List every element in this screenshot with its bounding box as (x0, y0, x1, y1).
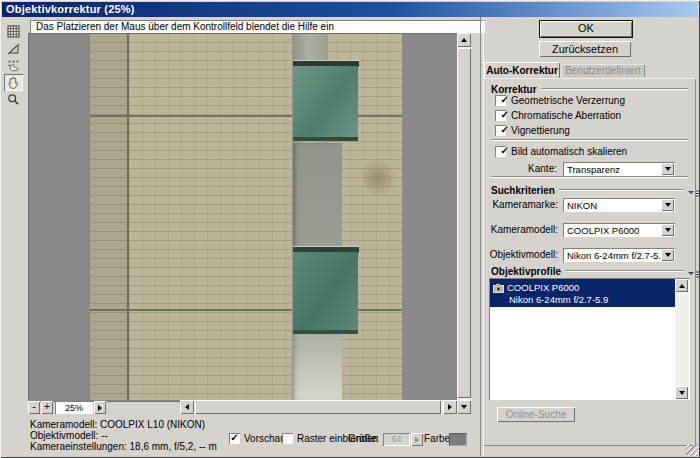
photo-recess (293, 143, 342, 250)
chevron-down-icon (665, 203, 671, 210)
arrow-down-icon (679, 391, 685, 398)
chromatische-aberration-checkbox[interactable]: ✓ (495, 110, 506, 121)
photo-wall-stain (360, 159, 396, 197)
distortion-grid-icon (7, 25, 20, 38)
objektivmodell-dropdown[interactable]: Nikon 6-24mm f/2.7-5.9 (563, 248, 675, 262)
photo-balcony-glass (293, 252, 358, 334)
bild-skalieren-checkbox[interactable]: ✓ (495, 146, 506, 157)
straighten-tool[interactable] (4, 40, 23, 57)
group-rule (565, 270, 684, 272)
resize-grip[interactable] (686, 444, 698, 456)
bild-skalieren-label[interactable]: Bild automatisch skalieren (511, 146, 627, 158)
dropdown-button[interactable] (661, 249, 674, 261)
farbe-color-swatch (449, 433, 467, 446)
profile-list-item[interactable]: COOLPIX P6000 Nikon 6-24mm f/2.7-5.9 (490, 279, 675, 307)
lens-correction-dialog: Objektivkorrektur (25%) Das Platzieren d… (0, 0, 700, 458)
tab-auto-korrektur[interactable]: Auto-Korrektur (484, 62, 560, 78)
profile-lens-name: Nikon 6-24mm f/2.7-5.9 (509, 294, 608, 305)
scroll-down-button[interactable] (457, 400, 471, 414)
zoom-level-field[interactable]: 25% (55, 401, 93, 414)
scroll-right-button[interactable] (443, 400, 457, 414)
remove-distortion-tool[interactable] (4, 23, 23, 40)
checkmark-icon: ✓ (501, 125, 509, 135)
separator (491, 176, 688, 178)
preview-horizontal-scrollbar[interactable] (180, 400, 457, 414)
help-bar: Das Platzieren der Maus über dem Kontrol… (30, 20, 485, 33)
status-objektivmodell: Objektivmodell: -- (30, 430, 108, 441)
objektivmodell-label: Objektivmodell: (488, 248, 558, 262)
window-titlebar[interactable]: Objektivkorrektur (25%) (2, 2, 698, 17)
dropdown-button[interactable] (661, 224, 674, 236)
arrow-right-icon (98, 405, 105, 411)
vignettierung-label[interactable]: Vignettierung (511, 125, 570, 137)
photo-balcony-glass (293, 66, 358, 141)
geometrische-verzerrung-checkbox[interactable]: ✓ (495, 95, 506, 106)
chevron-down-icon (665, 228, 671, 235)
zoom-tool[interactable] (4, 91, 23, 108)
kameramodell-label: Kameramodell: (488, 223, 558, 237)
scroll-up-button[interactable] (675, 279, 688, 292)
vignettierung-checkbox[interactable]: ✓ (495, 125, 506, 136)
suchkriterien-title: Suchkriterien (491, 185, 555, 196)
status-kameramodell: Kameramodell: COOLPIX L10 (NIKON) (30, 419, 205, 430)
reset-button[interactable]: Zurücksetzen (539, 41, 631, 57)
checkmark-icon: ✓ (230, 432, 238, 443)
groesse-field: 64 (383, 433, 410, 446)
profile-list-scrollbar[interactable] (675, 279, 689, 399)
kameramarke-label: Kameramarke: (488, 198, 558, 212)
group-rule (541, 88, 688, 90)
auto-korrektur-panel: Korrektur ✓ Geometrische Verzerrung ✓ Ch… (483, 78, 696, 446)
kameramodell-dropdown[interactable]: COOLPIX P6000 (563, 223, 675, 237)
kameramarke-dropdown[interactable]: NIKON (563, 198, 675, 212)
preview-viewport[interactable] (28, 33, 459, 402)
scroll-down-button[interactable] (675, 386, 688, 399)
photo-shadow-wall (90, 33, 129, 400)
objektivmodell-value: Nikon 6-24mm f/2.7-5.9 (567, 248, 661, 263)
kameramarke-value: NIKON (567, 198, 661, 213)
zoom-in-button[interactable]: + (41, 401, 53, 414)
chromatische-aberration-label[interactable]: Chromatische Aberration (511, 110, 621, 122)
zoom-out-button[interactable]: - (28, 401, 40, 414)
ok-button[interactable]: OK (539, 20, 633, 38)
arrow-right-icon (415, 437, 422, 443)
status-kameraeinstellungen: Kameraeinstellungen: 18,6 mm, f/5,2, -- … (30, 441, 217, 452)
objektivprofile-title: Objektivprofile (491, 266, 561, 277)
preview-photo (90, 33, 402, 400)
photo-recess (293, 333, 342, 400)
raster-checkbox[interactable] (282, 433, 293, 444)
arrow-left-icon (182, 404, 189, 410)
tab-benutzerdefiniert[interactable]: Benutzerdefiniert (561, 64, 645, 77)
help-text: Das Platzieren der Maus über dem Kontrol… (36, 21, 334, 32)
objektivprofile-list[interactable]: COOLPIX P6000 Nikon 6-24mm f/2.7-5.9 (489, 278, 690, 400)
groesse-label: Größe: (348, 433, 379, 445)
arrow-right-icon (448, 404, 455, 410)
scroll-left-button[interactable] (180, 400, 194, 414)
objektivprofile-group-header: Objektivprofile (491, 266, 688, 276)
checkmark-icon: ✓ (501, 110, 509, 120)
checkmark-icon: ✓ (501, 95, 509, 105)
chevron-down-icon (665, 253, 671, 260)
chevron-down-icon (665, 167, 671, 174)
vorschau-label[interactable]: Vorschau (244, 433, 286, 445)
window-title: Objektivkorrektur (25%) (6, 3, 135, 15)
hand-tool[interactable] (4, 74, 23, 91)
horizontal-scroll-thumb[interactable] (195, 400, 441, 414)
vertical-scroll-thumb[interactable] (457, 48, 471, 398)
straighten-triangle-icon (7, 42, 20, 55)
preview-vertical-scrollbar[interactable] (457, 33, 471, 414)
scroll-up-button[interactable] (457, 33, 471, 47)
group-rule (559, 189, 684, 191)
kante-dropdown[interactable]: Transparenz (563, 162, 675, 176)
korrektur-title: Korrektur (491, 84, 537, 95)
geometrische-verzerrung-label[interactable]: Geometrische Verzerrung (511, 95, 625, 107)
online-suche-button: Online-Suche (497, 407, 575, 422)
arrow-down-icon (461, 405, 467, 412)
kante-value: Transparenz (567, 162, 661, 177)
move-grid-tool[interactable] (4, 57, 23, 74)
korrektur-group-header: Korrektur (491, 84, 688, 94)
vorschau-checkbox[interactable]: ✓ (229, 433, 240, 444)
zoom-level-stepper[interactable] (94, 401, 106, 414)
dropdown-button[interactable] (661, 199, 674, 211)
kameramodell-value: COOLPIX P6000 (567, 223, 661, 238)
dropdown-button[interactable] (661, 163, 674, 175)
